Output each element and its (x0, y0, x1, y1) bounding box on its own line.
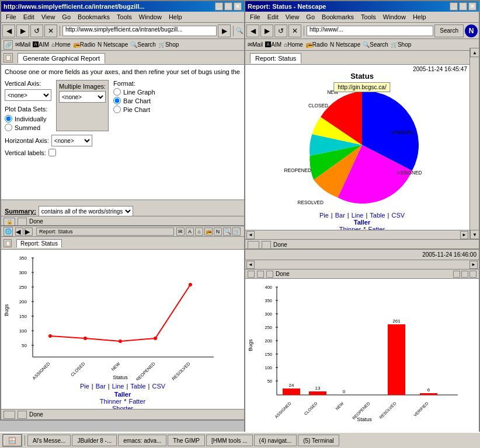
pie-link-home[interactable]: ⌂Home (284, 41, 303, 48)
vertical-labels-checkbox[interactable] (48, 149, 56, 156)
pie-menu-view[interactable]: View (282, 12, 303, 22)
line-tab[interactable]: Report: Status (16, 239, 62, 248)
menu-tools[interactable]: Tools (113, 12, 135, 22)
horizontal-axis-select[interactable]: <none> (51, 135, 92, 146)
pie-scroll-left[interactable]: ◄ (246, 231, 255, 239)
taskbar-task-2[interactable]: JBuilder 8 -... (72, 435, 117, 446)
svg-text:350: 350 (265, 298, 272, 303)
pie-link-aim[interactable]: 🅰AIM (265, 41, 281, 48)
pie-link-csv[interactable]: CSV (391, 212, 405, 219)
taskbar-task-5[interactable]: [HMM tools ... (206, 435, 253, 446)
line-thinner-link[interactable]: Thinner (100, 398, 121, 405)
pie-menu-edit[interactable]: Edit (264, 12, 282, 22)
pie-menu-tools[interactable]: Tools (357, 12, 380, 22)
link-aim[interactable]: 🅰AIM (33, 41, 49, 48)
bar-scroll-right-btn[interactable]: ► (469, 261, 478, 269)
pie-link-bar[interactable]: Bar (335, 212, 345, 219)
maximize-btn[interactable]: □ (224, 2, 232, 10)
link-netscape[interactable]: N Netscape (98, 41, 128, 48)
pie-link-netscape[interactable]: N Netscape (330, 41, 360, 48)
pie-link-shop[interactable]: 🛒Shop (391, 41, 411, 48)
link-mail[interactable]: ✉Mail (15, 41, 30, 48)
reload-button[interactable]: ↺ (30, 24, 43, 37)
back-button[interactable]: ◀ (2, 24, 15, 37)
address-input[interactable]: http://www.simplyefficient.ca/intranet/b… (62, 26, 217, 36)
pie-scroll-up[interactable]: ▲ (470, 48, 479, 57)
pie-back-btn[interactable]: ◀ (246, 24, 259, 37)
taskbar-task-3[interactable]: emacs: adva... (118, 435, 166, 446)
line-addr[interactable]: Report: Status (36, 228, 174, 236)
link-shop[interactable]: 🛒Shop (158, 41, 179, 48)
forward-button[interactable]: ▶ (16, 24, 29, 37)
pie-forward-btn[interactable]: ▶ (260, 24, 273, 37)
link-search[interactable]: 🔍Search (130, 41, 156, 48)
start-button[interactable]: 🪟 (2, 434, 22, 447)
pie-link-line[interactable]: Line (352, 212, 364, 219)
pie-link-mail[interactable]: ✉Mail (248, 41, 263, 48)
link-radio[interactable]: 📻Radio (73, 41, 95, 48)
line-link-table[interactable]: Table (130, 383, 145, 390)
radio-individually[interactable]: Individually (5, 115, 51, 123)
pie-menu-bookmarks[interactable]: Bookmarks (318, 12, 357, 22)
pie-menu-file[interactable]: File (246, 12, 264, 22)
svg-rect-64 (388, 324, 405, 395)
bar-h-track[interactable] (256, 262, 468, 268)
line-fatter-link[interactable]: Fatter (128, 398, 145, 405)
taskbar-task-6[interactable]: (4) navigat... (254, 435, 297, 446)
pie-link-pie[interactable]: Pie (319, 212, 329, 219)
radio-pie-chart[interactable]: Pie Chart (113, 106, 155, 113)
line-link-pie[interactable]: Pie (80, 383, 89, 390)
line-link-line[interactable]: Line (112, 383, 124, 390)
pie-scroll-down[interactable]: ▼ (470, 230, 479, 239)
taskbar-task-1[interactable]: Al's Messe... (27, 435, 71, 446)
menu-edit[interactable]: Edit (20, 12, 38, 22)
minimize-btn[interactable]: _ (215, 2, 223, 10)
taskbar-task-7[interactable]: (5) Terminal (298, 435, 339, 446)
radio-summed[interactable]: Summed (5, 124, 51, 131)
pie-link-table[interactable]: Table (370, 212, 385, 219)
pie-reload-btn[interactable]: ↺ (274, 24, 287, 37)
search-label: 🔍 (236, 27, 243, 34)
tab-generate-report[interactable]: Generate Graphical Report (18, 53, 105, 64)
pie-scroll-track[interactable] (470, 57, 479, 230)
pie-menu-go[interactable]: Go (302, 12, 318, 22)
line-taller-link[interactable]: Taller (114, 391, 131, 398)
pie-link-radio[interactable]: 📻Radio (305, 41, 328, 48)
pie-menu-window[interactable]: Window (380, 12, 409, 22)
pie-taller-link[interactable]: Taller (354, 219, 371, 226)
line-fwd-icon[interactable]: ▶ (25, 228, 33, 236)
radio-line-graph[interactable]: Line Graph (113, 88, 155, 96)
line-back-icon[interactable]: ◀ (15, 228, 23, 236)
vertical-axis-select[interactable]: <none> (5, 89, 51, 101)
link-home[interactable]: ⌂Home (51, 41, 71, 48)
go-button[interactable]: ▶ (218, 24, 231, 37)
pie-stop-btn[interactable]: ✕ (288, 24, 301, 37)
multiple-images-label: Multiple Images: (59, 83, 106, 90)
form-section: Vertical Axis: <none> Plot Data Sets: In… (5, 80, 241, 131)
menu-go[interactable]: Go (58, 12, 74, 22)
multiple-images-select[interactable]: <none> (59, 91, 106, 103)
pie-maximize-btn[interactable]: □ (459, 2, 467, 10)
pie-menu-help[interactable]: Help (409, 12, 430, 22)
radio-bar-chart[interactable]: Bar Chart (113, 97, 155, 104)
line-shorter-link[interactable]: Shorter (112, 405, 133, 409)
menu-help[interactable]: Help (165, 12, 186, 22)
pie-tab[interactable]: Report: Status (250, 53, 301, 64)
pie-search-btn[interactable]: Search (434, 24, 464, 37)
close-btn[interactable]: ✕ (234, 2, 242, 10)
pie-minimize-btn[interactable]: _ (450, 2, 458, 10)
pie-address[interactable]: http://www/... (307, 26, 433, 36)
line-link-bar[interactable]: Bar (96, 383, 106, 390)
menu-window[interactable]: Window (135, 12, 165, 22)
line-link-csv[interactable]: CSV (152, 383, 165, 390)
pie-close-btn[interactable]: ✕ (468, 2, 476, 10)
taskbar-task-4[interactable]: The GIMP (168, 435, 205, 446)
bar-scroll-left-btn[interactable]: ◄ (246, 261, 255, 269)
summary-select[interactable]: contains all of the words/strings (39, 206, 133, 216)
menu-file[interactable]: File (2, 12, 20, 22)
pie-scroll-right[interactable]: ► (460, 231, 468, 239)
menu-view[interactable]: View (38, 12, 59, 22)
stop-button[interactable]: ✕ (44, 24, 57, 37)
menu-bookmarks[interactable]: Bookmarks (74, 12, 113, 22)
pie-link-search[interactable]: 🔍Search (363, 41, 388, 48)
